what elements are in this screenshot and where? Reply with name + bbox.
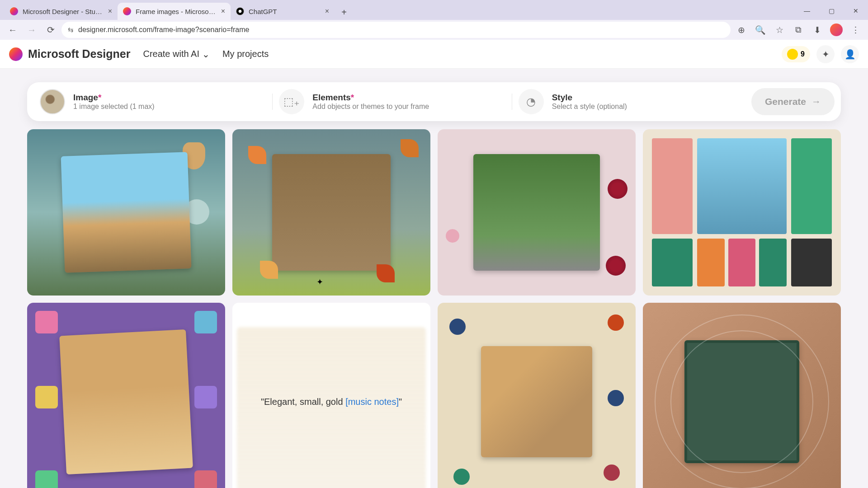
template-card[interactable] [27, 129, 225, 296]
favicon-icon [236, 7, 244, 15]
image-stage[interactable]: Image* 1 image selected (1 max) [33, 89, 273, 114]
browser-titlebar: Microsoft Designer - Stunning × Frame im… [0, 0, 868, 20]
favicon-icon [123, 7, 131, 15]
frame-config-card: Image* 1 image selected (1 max) ⬚₊ Eleme… [27, 82, 841, 121]
main-content: Image* 1 image selected (1 max) ⬚₊ Eleme… [0, 69, 868, 488]
credits-badge[interactable]: 9 [782, 46, 810, 62]
template-card[interactable] [643, 303, 841, 488]
credits-count: 9 [801, 50, 805, 58]
template-card[interactable] [438, 129, 636, 296]
create-with-ai-menu[interactable]: Create with AI ⌄ [143, 49, 210, 60]
coin-icon [787, 49, 798, 60]
template-card[interactable] [643, 129, 841, 296]
close-icon[interactable]: × [325, 7, 329, 15]
close-icon[interactable]: × [108, 7, 112, 15]
generate-button[interactable]: Generate → [751, 88, 835, 115]
template-card[interactable] [438, 303, 636, 488]
zoom-icon[interactable]: 🔍 [752, 22, 769, 38]
new-tab-button[interactable]: + [336, 5, 352, 20]
tab-title: ChatGPT [249, 8, 321, 15]
bookmark-icon[interactable]: ☆ [771, 22, 788, 38]
image-stage-sub: 1 image selected (1 max) [73, 103, 155, 111]
template-card-hovered[interactable]: "Elegant, small, gold [music notes]" [232, 303, 430, 488]
image-stage-label: Image* [73, 93, 155, 103]
generate-label: Generate [765, 96, 806, 107]
template-gallery: "Elegant, small, gold [music notes]" [27, 129, 841, 488]
downloads-icon[interactable]: ⬇ [809, 22, 826, 38]
elements-stage-label: Elements* [312, 93, 429, 103]
browser-tab[interactable]: Frame images - Microsoft Desi × [118, 3, 231, 20]
account-icon[interactable]: 👤 [841, 45, 859, 63]
designer-logo-icon[interactable] [9, 47, 23, 61]
maximize-button[interactable]: ▢ [819, 2, 844, 20]
url-text: designer.microsoft.com/frame-image?scena… [78, 26, 249, 34]
close-window-button[interactable]: ✕ [844, 2, 868, 20]
minimize-button[interactable]: — [795, 2, 819, 20]
chevron-down-icon: ⌄ [202, 49, 210, 60]
template-card[interactable] [232, 129, 430, 296]
style-stage-label: Style [552, 93, 627, 103]
window-controls: — ▢ ✕ [795, 2, 868, 20]
browser-tab[interactable]: Microsoft Designer - Stunning × [5, 3, 118, 20]
brand-name[interactable]: Microsoft Designer [28, 47, 130, 61]
profile-avatar[interactable] [828, 22, 844, 38]
hover-prompt-text: "Elegant, small, gold [music notes]" [261, 397, 402, 407]
address-bar[interactable]: ⇆ designer.microsoft.com/frame-image?sce… [61, 22, 731, 38]
extensions-icon[interactable]: ⧉ [790, 22, 807, 38]
arrow-right-icon: → [811, 96, 821, 107]
site-info-icon[interactable]: ⇆ [68, 26, 74, 34]
tab-title: Frame images - Microsoft Desi [136, 8, 217, 15]
style-stage[interactable]: ◔ Style Select a style (optional) [512, 89, 751, 114]
forward-button[interactable]: → [24, 22, 40, 38]
my-projects-link[interactable]: My projects [222, 49, 269, 59]
elements-stage[interactable]: ⬚₊ Elements* Add objects or themes to yo… [273, 89, 512, 114]
create-label: Create with AI [143, 49, 199, 59]
app-header: Microsoft Designer Create with AI ⌄ My p… [0, 40, 868, 69]
style-stage-sub: Select a style (optional) [552, 103, 627, 111]
template-card[interactable] [27, 303, 225, 488]
elements-stage-sub: Add objects or themes to your frame [312, 103, 429, 111]
back-button[interactable]: ← [5, 22, 21, 38]
elements-icon: ⬚₊ [279, 89, 304, 114]
reload-button[interactable]: ⟳ [42, 22, 59, 38]
browser-toolbar: ← → ⟳ ⇆ designer.microsoft.com/frame-ima… [0, 20, 868, 40]
menu-icon[interactable]: ⋮ [847, 22, 863, 38]
tab-title: Microsoft Designer - Stunning [23, 8, 104, 15]
feedback-icon[interactable]: ✦ [816, 45, 835, 63]
favicon-icon [10, 7, 18, 15]
browser-tab[interactable]: ChatGPT × [231, 3, 335, 20]
style-icon: ◔ [519, 89, 544, 114]
install-app-icon[interactable]: ⊕ [733, 22, 750, 38]
close-icon[interactable]: × [221, 7, 225, 15]
image-thumbnail [40, 89, 65, 114]
